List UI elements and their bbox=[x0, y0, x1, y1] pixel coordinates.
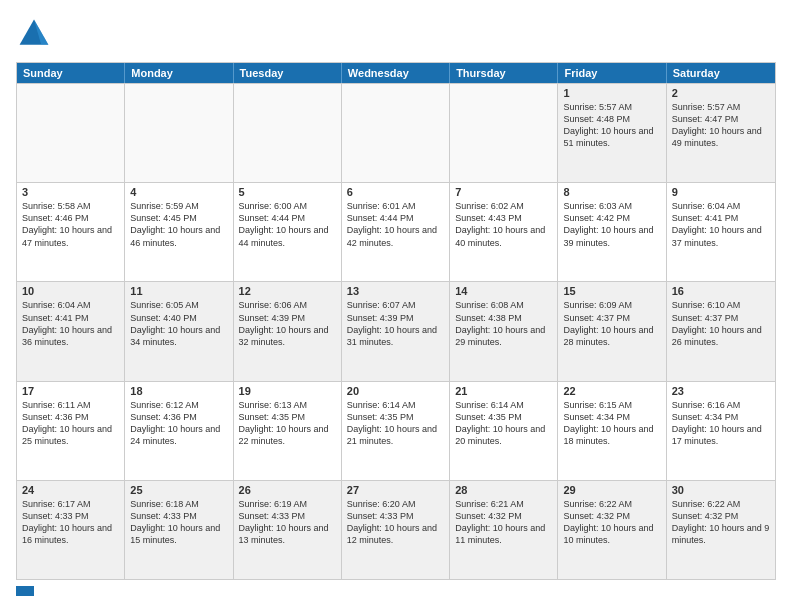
page: Sunday Monday Tuesday Wednesday Thursday… bbox=[0, 0, 792, 612]
cal-cell-r3-c4: 21Sunrise: 6:14 AM Sunset: 4:35 PM Dayli… bbox=[450, 382, 558, 480]
cell-info: Sunrise: 6:22 AM Sunset: 4:32 PM Dayligh… bbox=[563, 498, 660, 547]
day-number: 11 bbox=[130, 285, 227, 297]
day-number: 29 bbox=[563, 484, 660, 496]
cal-cell-r0-c0 bbox=[17, 84, 125, 182]
cal-cell-r4-c0: 24Sunrise: 6:17 AM Sunset: 4:33 PM Dayli… bbox=[17, 481, 125, 579]
cal-row-3: 17Sunrise: 6:11 AM Sunset: 4:36 PM Dayli… bbox=[17, 381, 775, 480]
cell-info: Sunrise: 6:04 AM Sunset: 4:41 PM Dayligh… bbox=[22, 299, 119, 348]
cal-cell-r0-c4 bbox=[450, 84, 558, 182]
header-sunday: Sunday bbox=[17, 63, 125, 83]
day-number: 7 bbox=[455, 186, 552, 198]
header-wednesday: Wednesday bbox=[342, 63, 450, 83]
day-number: 23 bbox=[672, 385, 770, 397]
cal-cell-r3-c2: 19Sunrise: 6:13 AM Sunset: 4:35 PM Dayli… bbox=[234, 382, 342, 480]
cell-info: Sunrise: 6:13 AM Sunset: 4:35 PM Dayligh… bbox=[239, 399, 336, 448]
day-number: 20 bbox=[347, 385, 444, 397]
cal-cell-r2-c3: 13Sunrise: 6:07 AM Sunset: 4:39 PM Dayli… bbox=[342, 282, 450, 380]
cell-info: Sunrise: 6:03 AM Sunset: 4:42 PM Dayligh… bbox=[563, 200, 660, 249]
cell-info: Sunrise: 6:11 AM Sunset: 4:36 PM Dayligh… bbox=[22, 399, 119, 448]
header-friday: Friday bbox=[558, 63, 666, 83]
cell-info: Sunrise: 5:57 AM Sunset: 4:48 PM Dayligh… bbox=[563, 101, 660, 150]
logo bbox=[16, 16, 56, 52]
day-number: 14 bbox=[455, 285, 552, 297]
cal-row-1: 3Sunrise: 5:58 AM Sunset: 4:46 PM Daylig… bbox=[17, 182, 775, 281]
day-number: 10 bbox=[22, 285, 119, 297]
cell-info: Sunrise: 6:22 AM Sunset: 4:32 PM Dayligh… bbox=[672, 498, 770, 547]
cell-info: Sunrise: 5:57 AM Sunset: 4:47 PM Dayligh… bbox=[672, 101, 770, 150]
cal-cell-r2-c4: 14Sunrise: 6:08 AM Sunset: 4:38 PM Dayli… bbox=[450, 282, 558, 380]
header-monday: Monday bbox=[125, 63, 233, 83]
day-number: 13 bbox=[347, 285, 444, 297]
footer-note bbox=[16, 586, 776, 596]
day-number: 25 bbox=[130, 484, 227, 496]
cal-cell-r3-c6: 23Sunrise: 6:16 AM Sunset: 4:34 PM Dayli… bbox=[667, 382, 775, 480]
cell-info: Sunrise: 6:18 AM Sunset: 4:33 PM Dayligh… bbox=[130, 498, 227, 547]
day-number: 15 bbox=[563, 285, 660, 297]
day-number: 18 bbox=[130, 385, 227, 397]
day-number: 21 bbox=[455, 385, 552, 397]
calendar-header: Sunday Monday Tuesday Wednesday Thursday… bbox=[17, 63, 775, 83]
cell-info: Sunrise: 6:12 AM Sunset: 4:36 PM Dayligh… bbox=[130, 399, 227, 448]
cal-cell-r3-c0: 17Sunrise: 6:11 AM Sunset: 4:36 PM Dayli… bbox=[17, 382, 125, 480]
cal-cell-r3-c1: 18Sunrise: 6:12 AM Sunset: 4:36 PM Dayli… bbox=[125, 382, 233, 480]
day-number: 1 bbox=[563, 87, 660, 99]
day-number: 19 bbox=[239, 385, 336, 397]
cal-cell-r4-c2: 26Sunrise: 6:19 AM Sunset: 4:33 PM Dayli… bbox=[234, 481, 342, 579]
logo-icon bbox=[16, 16, 52, 52]
cell-info: Sunrise: 6:04 AM Sunset: 4:41 PM Dayligh… bbox=[672, 200, 770, 249]
cal-cell-r4-c4: 28Sunrise: 6:21 AM Sunset: 4:32 PM Dayli… bbox=[450, 481, 558, 579]
cal-cell-r4-c3: 27Sunrise: 6:20 AM Sunset: 4:33 PM Dayli… bbox=[342, 481, 450, 579]
cell-info: Sunrise: 6:06 AM Sunset: 4:39 PM Dayligh… bbox=[239, 299, 336, 348]
day-number: 8 bbox=[563, 186, 660, 198]
cell-info: Sunrise: 6:07 AM Sunset: 4:39 PM Dayligh… bbox=[347, 299, 444, 348]
calendar: Sunday Monday Tuesday Wednesday Thursday… bbox=[16, 62, 776, 580]
cell-info: Sunrise: 6:02 AM Sunset: 4:43 PM Dayligh… bbox=[455, 200, 552, 249]
header-tuesday: Tuesday bbox=[234, 63, 342, 83]
cal-cell-r2-c2: 12Sunrise: 6:06 AM Sunset: 4:39 PM Dayli… bbox=[234, 282, 342, 380]
cal-cell-r1-c3: 6Sunrise: 6:01 AM Sunset: 4:44 PM Daylig… bbox=[342, 183, 450, 281]
cell-info: Sunrise: 6:14 AM Sunset: 4:35 PM Dayligh… bbox=[347, 399, 444, 448]
day-number: 5 bbox=[239, 186, 336, 198]
cell-info: Sunrise: 6:14 AM Sunset: 4:35 PM Dayligh… bbox=[455, 399, 552, 448]
cal-cell-r0-c3 bbox=[342, 84, 450, 182]
day-number: 2 bbox=[672, 87, 770, 99]
cal-cell-r3-c3: 20Sunrise: 6:14 AM Sunset: 4:35 PM Dayli… bbox=[342, 382, 450, 480]
day-number: 6 bbox=[347, 186, 444, 198]
header-thursday: Thursday bbox=[450, 63, 558, 83]
day-number: 17 bbox=[22, 385, 119, 397]
cal-cell-r0-c1 bbox=[125, 84, 233, 182]
cal-cell-r0-c6: 2Sunrise: 5:57 AM Sunset: 4:47 PM Daylig… bbox=[667, 84, 775, 182]
cal-cell-r4-c5: 29Sunrise: 6:22 AM Sunset: 4:32 PM Dayli… bbox=[558, 481, 666, 579]
cal-cell-r2-c6: 16Sunrise: 6:10 AM Sunset: 4:37 PM Dayli… bbox=[667, 282, 775, 380]
day-number: 24 bbox=[22, 484, 119, 496]
day-number: 16 bbox=[672, 285, 770, 297]
day-number: 22 bbox=[563, 385, 660, 397]
cal-cell-r0-c2 bbox=[234, 84, 342, 182]
cell-info: Sunrise: 6:16 AM Sunset: 4:34 PM Dayligh… bbox=[672, 399, 770, 448]
day-number: 3 bbox=[22, 186, 119, 198]
cell-info: Sunrise: 6:19 AM Sunset: 4:33 PM Dayligh… bbox=[239, 498, 336, 547]
cal-cell-r2-c0: 10Sunrise: 6:04 AM Sunset: 4:41 PM Dayli… bbox=[17, 282, 125, 380]
calendar-body: 1Sunrise: 5:57 AM Sunset: 4:48 PM Daylig… bbox=[17, 83, 775, 579]
header bbox=[16, 16, 776, 52]
day-number: 30 bbox=[672, 484, 770, 496]
cal-row-2: 10Sunrise: 6:04 AM Sunset: 4:41 PM Dayli… bbox=[17, 281, 775, 380]
day-number: 26 bbox=[239, 484, 336, 496]
cal-row-0: 1Sunrise: 5:57 AM Sunset: 4:48 PM Daylig… bbox=[17, 83, 775, 182]
cal-cell-r3-c5: 22Sunrise: 6:15 AM Sunset: 4:34 PM Dayli… bbox=[558, 382, 666, 480]
cell-info: Sunrise: 6:15 AM Sunset: 4:34 PM Dayligh… bbox=[563, 399, 660, 448]
cal-cell-r2-c5: 15Sunrise: 6:09 AM Sunset: 4:37 PM Dayli… bbox=[558, 282, 666, 380]
day-number: 9 bbox=[672, 186, 770, 198]
cell-info: Sunrise: 6:21 AM Sunset: 4:32 PM Dayligh… bbox=[455, 498, 552, 547]
cal-row-4: 24Sunrise: 6:17 AM Sunset: 4:33 PM Dayli… bbox=[17, 480, 775, 579]
cell-info: Sunrise: 6:08 AM Sunset: 4:38 PM Dayligh… bbox=[455, 299, 552, 348]
cal-cell-r1-c5: 8Sunrise: 6:03 AM Sunset: 4:42 PM Daylig… bbox=[558, 183, 666, 281]
cell-info: Sunrise: 6:10 AM Sunset: 4:37 PM Dayligh… bbox=[672, 299, 770, 348]
cal-cell-r1-c1: 4Sunrise: 5:59 AM Sunset: 4:45 PM Daylig… bbox=[125, 183, 233, 281]
cal-cell-r1-c6: 9Sunrise: 6:04 AM Sunset: 4:41 PM Daylig… bbox=[667, 183, 775, 281]
day-number: 27 bbox=[347, 484, 444, 496]
cell-info: Sunrise: 6:05 AM Sunset: 4:40 PM Dayligh… bbox=[130, 299, 227, 348]
cal-cell-r2-c1: 11Sunrise: 6:05 AM Sunset: 4:40 PM Dayli… bbox=[125, 282, 233, 380]
daylight-bar-icon bbox=[16, 586, 34, 596]
day-number: 4 bbox=[130, 186, 227, 198]
